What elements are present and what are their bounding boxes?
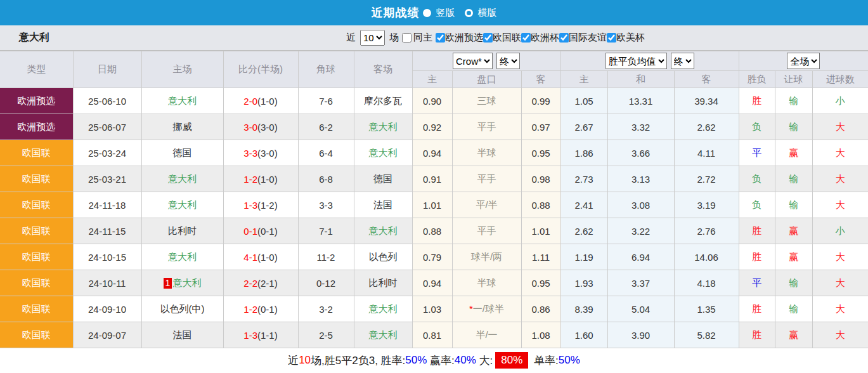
match-rows: 欧洲预选 25-06-10 意大利 2-0(1-0) 7-6 摩尔多瓦 0.90… <box>0 88 868 348</box>
away-team: 意大利 <box>354 114 412 140</box>
handicap-text: 平/半 <box>476 199 497 210</box>
score-cell: 4-1(1-0) <box>223 244 298 270</box>
corners-score: 3-3 <box>298 192 354 218</box>
draw-odds: 3.90 <box>607 322 674 348</box>
win-odds: 2.41 <box>560 192 607 218</box>
match-count-select[interactable]: 10 <box>360 30 385 46</box>
competition-filter[interactable]: 国际友谊 <box>559 32 607 44</box>
handicap-home-odds: 0.90 <box>412 88 452 114</box>
match-date: 24-09-07 <box>73 322 141 348</box>
col-handicap: 盘口 <box>452 71 521 88</box>
scope-select[interactable]: 全场 <box>787 53 820 69</box>
league-type-badge: 欧国联 <box>0 270 73 296</box>
match-date: 25-06-10 <box>73 88 141 114</box>
lose-odds: 2.72 <box>674 166 739 192</box>
competition-label: 欧洲预选 <box>445 32 483 44</box>
same-venue-checkbox[interactable] <box>402 33 411 43</box>
table-row: 欧国联 24-09-07 法国 1-3(1-1) 2-5 意大利 0.81 半/… <box>0 322 868 348</box>
home-team: 意大利 <box>141 88 223 114</box>
match-result: 平 <box>739 270 775 296</box>
layout-horizontal-radio[interactable] <box>465 9 473 17</box>
col-win: 主 <box>560 71 607 88</box>
col-ah-result: 让球 <box>775 71 812 88</box>
avg-time-select[interactable]: 终 <box>671 53 694 69</box>
league-type-badge: 欧洲预选 <box>0 88 73 114</box>
away-team-name: 意大利 <box>369 225 398 236</box>
score-cell: 2-0(1-0) <box>223 88 298 114</box>
competition-filters: 欧洲预选欧国联欧洲杯国际友谊欧美杯 <box>436 32 645 44</box>
goals-result: 小 <box>812 218 868 244</box>
league-type-badge: 欧洲预选 <box>0 114 73 140</box>
win-odds: 1.86 <box>560 140 607 166</box>
competition-label: 国际友谊 <box>569 32 607 44</box>
goals-result: 大 <box>812 296 868 322</box>
half-time-score: (2-1) <box>257 278 278 289</box>
table-row: 欧国联 24-09-10 以色列(中) 1-2(0-1) 3-2 意大利 1.0… <box>0 296 868 322</box>
table-row: 欧国联 25-03-24 德国 3-3(3-0) 6-4 意大利 0.94 半球… <box>0 140 868 166</box>
home-team-name: 意大利 <box>172 277 201 288</box>
same-venue-filter[interactable]: 同主 <box>402 32 432 44</box>
half-time-score: (1-2) <box>257 200 278 211</box>
lose-odds: 4.18 <box>674 270 739 296</box>
col-type: 类型 <box>0 51 73 88</box>
competition-checkbox[interactable] <box>436 33 445 43</box>
competition-checkbox[interactable] <box>559 33 569 43</box>
half-time-score: (0-1) <box>257 304 278 315</box>
lose-odds: 3.19 <box>674 192 739 218</box>
win-odds: 1.05 <box>560 88 607 114</box>
rank-badge: 1 <box>164 278 172 289</box>
bookmaker-select[interactable]: Crow* <box>453 53 493 69</box>
draw-odds: 3.13 <box>607 166 674 192</box>
col-lose: 客 <box>674 71 739 88</box>
competition-filter[interactable]: 欧洲预选 <box>436 32 483 44</box>
same-venue-label: 同主 <box>413 32 432 44</box>
score-cell: 1-2(0-1) <box>223 296 298 322</box>
lose-odds: 2.76 <box>674 218 739 244</box>
competition-filter[interactable]: 欧国联 <box>483 32 521 44</box>
summary-segment: 赢率: <box>427 353 454 368</box>
handicap-line: 半球 <box>452 140 521 166</box>
draw-odds: 13.31 <box>607 88 674 114</box>
home-team-name: 法国 <box>173 329 192 340</box>
full-time-score: 2-2 <box>243 278 257 289</box>
score-cell: 1-3(1-1) <box>223 322 298 348</box>
league-type-badge: 欧国联 <box>0 322 73 348</box>
home-team: 意大利 <box>141 192 223 218</box>
score-cell: 2-2(2-1) <box>223 270 298 296</box>
handicap-home-odds: 0.91 <box>412 166 452 192</box>
handicap-result: 输 <box>775 296 812 322</box>
league-type-badge: 欧国联 <box>0 296 73 322</box>
match-result: 负 <box>739 192 775 218</box>
goals-result: 大 <box>812 192 868 218</box>
score-cell: 1-2(1-0) <box>223 166 298 192</box>
competition-checkbox[interactable] <box>483 33 493 43</box>
layout-vertical-radio[interactable] <box>423 9 431 17</box>
handicap-result: 赢 <box>775 140 812 166</box>
handicap-text: 球半/两 <box>471 251 502 262</box>
handicap-time-select[interactable]: 终 <box>496 53 520 69</box>
full-time-score: 0-1 <box>243 226 257 237</box>
table-header: 类型 日期 主场 比分(半场) 角球 客场 Crow*终 胜平负均值终 全场 主… <box>0 51 868 88</box>
filters: 近 10 场 同主 欧洲预选欧国联欧洲杯国际友谊欧美杯 <box>346 30 645 46</box>
draw-odds: 3.66 <box>607 140 674 166</box>
home-team-name: 意大利 <box>168 173 197 184</box>
win-odds: 1.19 <box>560 244 607 270</box>
match-result: 负 <box>739 114 775 140</box>
layout-vertical-label[interactable]: 竖版 <box>436 7 455 19</box>
avg-odds-select[interactable]: 胜平负均值 <box>606 53 667 69</box>
league-type-badge: 欧国联 <box>0 166 73 192</box>
layout-horizontal-label[interactable]: 横版 <box>478 7 497 19</box>
lose-odds: 1.35 <box>674 296 739 322</box>
competition-filter[interactable]: 欧洲杯 <box>521 32 559 44</box>
handicap-line: 平/半 <box>452 192 521 218</box>
table-row: 欧国联 24-11-18 意大利 1-3(1-2) 3-3 法国 1.01 平/… <box>0 192 868 218</box>
full-time-score: 4-1 <box>243 252 257 263</box>
win-odds: 2.62 <box>560 218 607 244</box>
goals-result: 小 <box>812 88 868 114</box>
corners-score: 6-2 <box>298 114 354 140</box>
corners-score: 6-4 <box>298 140 354 166</box>
competition-checkbox[interactable] <box>521 33 531 43</box>
handicap-line: 三球 <box>452 88 521 114</box>
competition-filter[interactable]: 欧美杯 <box>607 32 645 44</box>
competition-checkbox[interactable] <box>607 33 616 43</box>
